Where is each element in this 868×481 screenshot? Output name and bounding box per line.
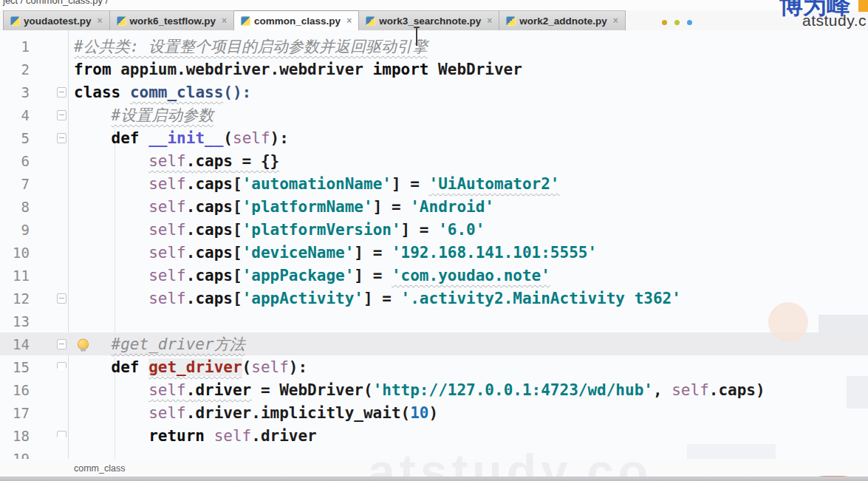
code-text: self.driver.implicitly_wait(10): [74, 404, 438, 422]
tab-label: work3_searchnote.py: [379, 16, 481, 27]
code-text: def get_driver(self):: [74, 358, 307, 376]
breadcrumb[interactable]: ject / common_class.py /: [0, 0, 868, 10]
tab-work2_addnote[interactable]: work2_addnote.py×: [499, 10, 626, 30]
tab-common_class[interactable]: common_class.py×: [234, 10, 359, 30]
gutter: 18: [0, 424, 68, 447]
tab-close-icon[interactable]: ×: [98, 16, 103, 25]
code-text: class comm_class():: [74, 83, 251, 101]
tab-youdaotest[interactable]: youdaotest.py×: [3, 10, 110, 30]
line-number: 10: [13, 245, 30, 261]
watermark-big-text: atstudy.co: [368, 443, 652, 481]
gutter: 11: [0, 264, 68, 287]
line-number: 7: [21, 176, 30, 192]
code-line[interactable]: 3class comm_class():: [0, 81, 868, 103]
gutter: 10: [0, 241, 68, 264]
code-text: self.caps['appActivity'] = '.activity2.M…: [74, 290, 681, 307]
python-file-icon: [366, 16, 375, 26]
gutter: 16: [0, 378, 68, 401]
python-file-icon: [10, 16, 20, 26]
code-line[interactable]: 8 self.caps['platformName'] = 'Android': [0, 195, 868, 218]
bottom-strip: [0, 477, 868, 481]
fold-marker-icon[interactable]: [57, 339, 66, 349]
watermark-brand-cn: 博为峰: [779, 0, 850, 22]
gutter: 19: [0, 447, 68, 459]
code-line[interactable]: 13: [0, 310, 868, 332]
python-file-icon: [241, 16, 250, 26]
gutter: 15: [0, 355, 68, 378]
python-file-icon: [506, 16, 516, 26]
code-line[interactable]: 1#公共类: 设置整个项目的启动参数并返回驱动引擎: [0, 35, 868, 58]
line-number: 16: [13, 382, 30, 398]
code-text: self.caps['platformName'] = 'Android': [74, 198, 494, 216]
code-area: 1#公共类: 设置整个项目的启动参数并返回驱动引擎2from appium.we…: [0, 35, 868, 459]
tab-label: work2_addnote.py: [519, 16, 607, 27]
code-text: self.caps['automationName'] = 'UiAutomat…: [74, 175, 560, 193]
gutter: 8: [0, 195, 68, 218]
code-editor[interactable]: 1#公共类: 设置整个项目的启动参数并返回驱动引擎2from appium.we…: [0, 30, 868, 459]
gutter: 14: [0, 332, 68, 355]
line-number: 15: [13, 359, 30, 375]
watermark-dot: [662, 20, 667, 25]
line-number: 4: [21, 107, 30, 123]
watermark-orange-square: [858, 0, 868, 12]
intention-bulb-icon[interactable]: [78, 339, 88, 349]
gutter: 13: [0, 310, 68, 332]
line-number: 9: [21, 222, 30, 238]
python-file-icon: [117, 16, 126, 26]
fold-marker-icon[interactable]: [57, 133, 66, 143]
line-number: 17: [13, 405, 30, 421]
tab-close-icon[interactable]: ×: [222, 16, 227, 25]
fold-marker-icon[interactable]: [57, 362, 66, 372]
code-text: #公共类: 设置整个项目的启动参数并返回驱动引擎: [74, 36, 428, 57]
gutter: 7: [0, 172, 68, 195]
tab-close-icon[interactable]: ×: [487, 16, 492, 25]
tab-work6_testflow[interactable]: work6_testflow.py×: [110, 10, 235, 30]
tab-bar: youdaotest.py×work6_testflow.py×common_c…: [0, 10, 868, 31]
watermark-dots: [662, 20, 692, 25]
fold-marker-icon[interactable]: [57, 293, 66, 304]
code-text: self.caps['deviceName'] = '192.168.141.1…: [74, 244, 597, 262]
code-text: #get_driver方法: [74, 334, 245, 355]
code-text: self.caps['platformVersion'] = '6.0': [74, 221, 485, 239]
gutter: 6: [0, 149, 68, 172]
code-line[interactable]: 5 def __init__(self):: [0, 126, 868, 149]
gutter: 5: [0, 126, 68, 149]
line-number: 14: [13, 336, 30, 352]
code-line[interactable]: 14 #get_driver方法: [0, 332, 868, 355]
code-line[interactable]: 16 self.driver = WebDriver('http://127.0…: [0, 378, 868, 401]
code-text: from appium.webdriver.webdriver import W…: [74, 61, 522, 78]
code-text: def __init__(self):: [74, 129, 289, 147]
breadcrumb-path: ject / common_class.py /: [3, 0, 108, 6]
structure-breadcrumb[interactable]: comm_class: [74, 463, 125, 474]
tab-label: work6_testflow.py: [130, 16, 216, 27]
code-line[interactable]: 7 self.caps['automationName'] = 'UiAutom…: [0, 172, 868, 195]
code-line[interactable]: 11 self.caps['appPackage'] = 'com.youdao…: [0, 264, 868, 287]
code-line[interactable]: 10 self.caps['deviceName'] = '192.168.14…: [0, 241, 868, 264]
fold-marker-icon[interactable]: [57, 110, 66, 120]
line-number: 2: [21, 61, 30, 78]
line-number: 11: [13, 267, 30, 284]
code-line[interactable]: 2from appium.webdriver.webdriver import …: [0, 58, 868, 81]
code-text: self.caps = {}: [74, 152, 279, 170]
fold-marker-icon[interactable]: [57, 431, 66, 441]
tab-close-icon[interactable]: ×: [346, 16, 352, 25]
code-line[interactable]: 6 self.caps = {}: [0, 149, 868, 172]
code-line[interactable]: 17 self.driver.implicitly_wait(10): [0, 401, 868, 424]
gutter: 12: [0, 287, 68, 310]
tab-work3_searchnote[interactable]: work3_searchnote.py×: [359, 10, 499, 30]
code-text: self.driver = WebDriver('http://127.0.0.…: [74, 381, 765, 399]
line-number: 13: [13, 313, 30, 330]
fold-marker-icon[interactable]: [57, 87, 66, 98]
code-line[interactable]: 4 #设置启动参数: [0, 103, 868, 126]
code-line[interactable]: 15 def get_driver(self):: [0, 355, 868, 378]
gutter: 3: [0, 81, 68, 103]
line-number: 1: [21, 38, 30, 55]
watermark-dot: [687, 20, 692, 25]
gutter: 4: [0, 103, 68, 126]
tab-close-icon[interactable]: ×: [613, 16, 618, 25]
gutter: 2: [0, 58, 68, 81]
code-line[interactable]: 12 self.caps['appActivity'] = '.activity…: [0, 287, 868, 310]
code-line[interactable]: 9 self.caps['platformVersion'] = '6.0': [0, 218, 868, 241]
line-number: 3: [21, 84, 30, 100]
line-number: 5: [21, 130, 30, 146]
